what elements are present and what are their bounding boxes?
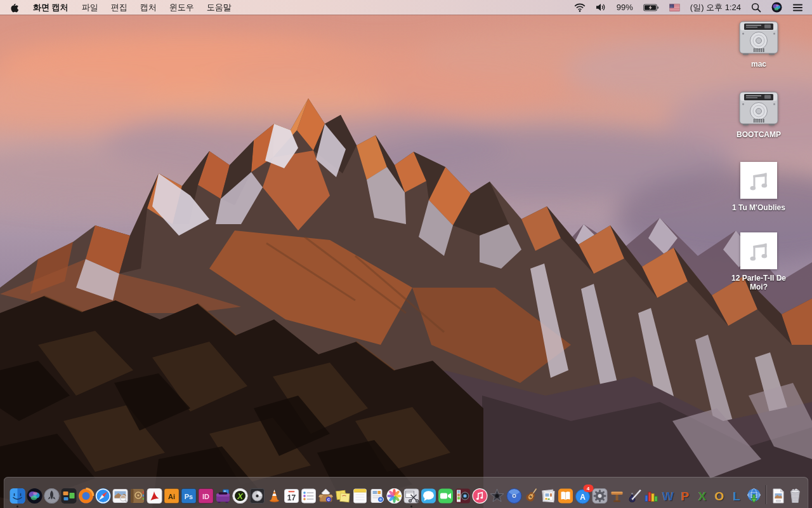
dock-preview-icon[interactable] xyxy=(112,487,128,504)
dock-safari-icon[interactable] xyxy=(95,487,111,504)
volume-icon[interactable] xyxy=(591,0,612,15)
dock-excel-icon[interactable]: X xyxy=(694,487,710,504)
dock-vlc-icon[interactable] xyxy=(266,487,282,504)
dock-contacts-book-icon[interactable] xyxy=(129,487,145,504)
dock-garageband-icon[interactable] xyxy=(523,487,539,504)
menu-bar-left: 화면 캡처 파일편집캡처윈도우도움말 xyxy=(4,0,238,15)
finder-running-indicator xyxy=(16,505,18,507)
dock-photos-icon[interactable] xyxy=(386,487,402,504)
dock-x-utility-icon[interactable]: X xyxy=(232,487,248,504)
hard-drive-icon xyxy=(739,21,778,58)
menu-item-5[interactable]: 도움말 xyxy=(200,0,238,15)
dock-launchpad-icon[interactable] xyxy=(43,487,60,504)
dock-grab-screen-capture-icon[interactable] xyxy=(403,487,419,504)
menu-item-1[interactable]: 파일 xyxy=(75,0,105,15)
dock-notepad-icon[interactable] xyxy=(351,487,368,504)
app-store-badge: 4 xyxy=(583,485,593,492)
dock-lync-icon[interactable]: L xyxy=(728,487,745,504)
dock-ibooks-icon[interactable] xyxy=(557,487,573,504)
svg-text:ID: ID xyxy=(202,493,209,500)
dock-itunes-icon[interactable] xyxy=(471,487,488,504)
input-source-us-flag-icon[interactable] xyxy=(664,0,685,15)
dock-outlook-icon[interactable]: O xyxy=(711,487,728,504)
dock-toast-icon[interactable] xyxy=(214,487,231,504)
dock-messages-icon[interactable] xyxy=(420,487,436,504)
wifi-icon[interactable] xyxy=(569,0,591,15)
svg-text:X: X xyxy=(237,491,244,501)
dock-mission-control-icon[interactable] xyxy=(60,487,77,504)
dock-document-file-icon[interactable] xyxy=(769,487,786,504)
dock-reminders-icon[interactable] xyxy=(300,487,317,504)
dock-calendar-icon[interactable]: 17 xyxy=(283,487,299,504)
dock-keynote-icon[interactable] xyxy=(608,487,625,504)
menu-bar-clock[interactable]: (일) 오후 1:24 xyxy=(685,0,746,15)
menu-item-2[interactable]: 편집 xyxy=(105,0,134,15)
audio-file-icon xyxy=(740,232,777,272)
outlook-letter-glyph: O xyxy=(715,488,724,504)
dock-installer-icon[interactable] xyxy=(369,487,385,504)
svg-text:C: C xyxy=(327,498,330,502)
powerpoint-letter-glyph: P xyxy=(681,488,690,504)
dock-system-preferences-icon[interactable] xyxy=(591,487,608,504)
desktop-icon-label: mac xyxy=(751,60,766,69)
dock-facetime-icon[interactable] xyxy=(437,487,454,504)
apple-logo-icon xyxy=(10,2,20,13)
dock-microsoft-office-icon[interactable] xyxy=(643,487,659,504)
spotlight-search-icon[interactable] xyxy=(746,0,766,15)
dock-app-store-icon[interactable]: A4 xyxy=(574,487,591,504)
dock-divider xyxy=(766,485,766,504)
audio-file-icon xyxy=(740,162,777,201)
svg-text:Ai: Ai xyxy=(168,493,175,500)
hard-drive-icon xyxy=(739,91,778,128)
svg-text:A: A xyxy=(580,493,586,502)
dock-idvd-icon[interactable] xyxy=(506,487,522,504)
desktop[interactable]: macBOOTCAMP1 Tu M'Oublies12 Parle-T-Il D… xyxy=(0,15,812,508)
dock-finder-icon[interactable] xyxy=(9,487,25,504)
dock-indesign-icon[interactable]: ID xyxy=(197,487,214,504)
desktop-icon-audio-file-1[interactable]: 1 Tu M'Oublies xyxy=(732,162,785,232)
dock-photo-booth-icon[interactable] xyxy=(454,487,471,504)
svg-text:17: 17 xyxy=(287,493,296,502)
desktop-icon-label: 1 Tu M'Oublies xyxy=(732,203,785,212)
siri-icon[interactable] xyxy=(766,0,787,15)
dock-disc-utility-icon[interactable] xyxy=(249,487,265,504)
app-menu-title[interactable]: 화면 캡처 xyxy=(26,0,75,15)
menu-item-3[interactable]: 캡처 xyxy=(134,0,163,15)
dock-adobe-reader-icon[interactable] xyxy=(146,487,162,504)
dock-trash-icon[interactable] xyxy=(787,487,803,504)
grab-screen-capture-running-indicator xyxy=(410,505,412,507)
desktop-icon-label: 12 Parle-T-Il De Moi? xyxy=(723,274,795,291)
dock-firefox-icon[interactable] xyxy=(77,487,94,504)
notification-center-icon[interactable] xyxy=(787,0,808,15)
dock-word-icon[interactable]: W xyxy=(660,487,676,504)
desktop-icon-drive-mac[interactable]: mac xyxy=(739,21,778,91)
dock-powerpoint-icon[interactable]: P xyxy=(677,487,693,504)
dock-document-connection-icon[interactable] xyxy=(745,487,762,504)
dock-photoshop-icon[interactable]: Ps xyxy=(180,487,197,504)
lync-letter-glyph: L xyxy=(733,488,740,504)
battery-percent[interactable]: 99% xyxy=(612,0,638,15)
word-letter-glyph: W xyxy=(662,488,674,504)
desktop-icon-audio-file-12[interactable]: 12 Parle-T-Il De Moi? xyxy=(723,232,795,303)
dock-stuffit-expander-icon[interactable]: C xyxy=(317,487,334,504)
dock-stickies-icon[interactable] xyxy=(334,487,351,504)
apple-menu[interactable] xyxy=(4,0,26,15)
desktop-icon-label: BOOTCAMP xyxy=(737,130,781,139)
dock-iweb-icon[interactable] xyxy=(540,487,556,504)
menu-item-4[interactable]: 윈도우 xyxy=(163,0,200,15)
battery-charging-icon[interactable] xyxy=(638,0,664,15)
menu-bar: 화면 캡처 파일편집캡처윈도우도움말 99%(일) 오후 1:24 xyxy=(0,0,812,15)
excel-letter-glyph: X xyxy=(698,488,707,504)
dock-illustrator-icon[interactable]: Ai xyxy=(163,487,180,504)
dock-siri-icon[interactable] xyxy=(26,487,43,504)
desktop-icon-drive-bootcamp[interactable]: BOOTCAMP xyxy=(737,91,781,162)
menu-bar-status-area: 99%(일) 오후 1:24 xyxy=(569,0,808,15)
desktop-icons-column: macBOOTCAMP1 Tu M'Oublies12 Parle-T-Il D… xyxy=(719,21,798,303)
svg-text:Ps: Ps xyxy=(184,493,192,500)
dock-pages-icon[interactable] xyxy=(625,487,642,504)
dock: AiPsIDX17CA4WPXOL xyxy=(4,477,809,508)
sierra-wallpaper xyxy=(0,15,812,508)
dock-imovie-icon[interactable] xyxy=(488,487,505,504)
